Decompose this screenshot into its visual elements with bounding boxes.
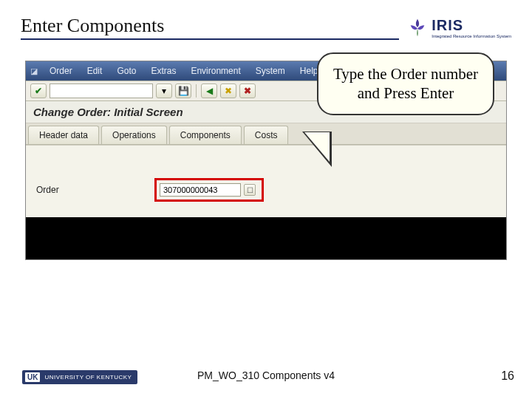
order-field-highlight: ☐ [154, 178, 264, 202]
save-icon[interactable]: 💾 [175, 83, 191, 98]
search-help-icon[interactable]: ☐ [244, 184, 256, 196]
iris-logo: IRIS Integrated Resource Information Sys… [406, 16, 511, 40]
footer-text: PM_WO_310 Components v4 [0, 369, 532, 381]
iris-flower-icon [406, 16, 429, 38]
back-icon[interactable]: ◀ [201, 83, 217, 98]
menu-edit[interactable]: Edit [80, 66, 110, 76]
iris-tagline: Integrated Resource Information System [432, 34, 511, 38]
page-number: 16 [501, 369, 514, 383]
instruction-callout: Type the Order number and Press Enter [317, 52, 494, 115]
session-icon: ◪ [30, 66, 38, 76]
menu-environment[interactable]: Environment [183, 66, 248, 76]
sap-screenshot: ◪ Order Edit Goto Extras Environment Sys… [25, 61, 507, 260]
tab-components[interactable]: Components [169, 126, 242, 144]
menu-goto[interactable]: Goto [109, 66, 143, 76]
callout-text: Type the Order number and Press Enter [333, 65, 478, 102]
separator [196, 84, 197, 98]
iris-logotype: IRIS [432, 17, 511, 34]
sap-tabs: Header data Operations Components Costs [26, 123, 506, 145]
enter-button[interactable]: ✔ [30, 83, 47, 98]
order-input[interactable] [160, 183, 241, 197]
sap-content: Order ☐ [26, 145, 506, 217]
tab-costs[interactable]: Costs [244, 126, 289, 144]
command-field[interactable] [50, 83, 153, 98]
menu-system[interactable]: System [248, 66, 293, 76]
slide-title: Enter Components [21, 15, 399, 40]
exit-icon[interactable]: ✖ [220, 83, 236, 98]
tab-header-data[interactable]: Header data [28, 126, 99, 144]
dropdown-icon[interactable]: ▾ [156, 83, 172, 98]
menu-order[interactable]: Order [42, 66, 80, 76]
tab-operations[interactable]: Operations [101, 126, 167, 144]
order-label: Order [36, 185, 154, 195]
cancel-icon[interactable]: ✖ [239, 83, 256, 98]
menu-extras[interactable]: Extras [143, 66, 183, 76]
